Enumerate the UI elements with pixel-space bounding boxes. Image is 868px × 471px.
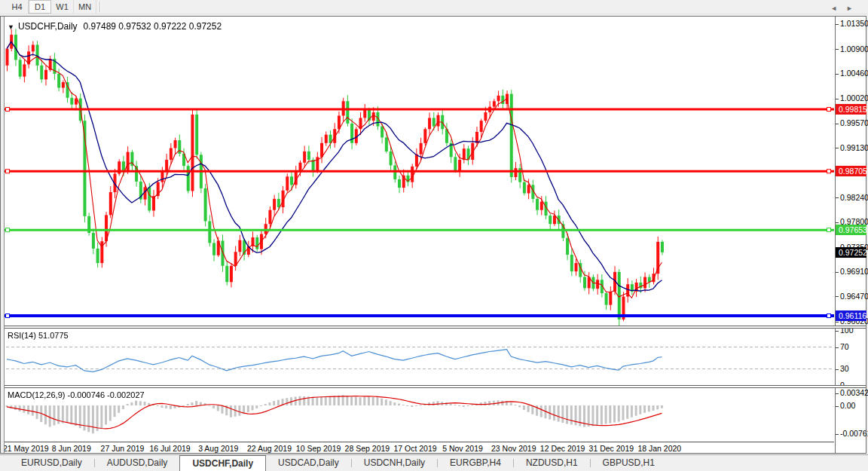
tab-usdchf[interactable]: USDCHF,Daily (179, 455, 266, 471)
date-label: 18 Jan 2020 (637, 444, 681, 453)
date-label: 28 Sep 2019 (345, 444, 390, 453)
tick-dash (836, 272, 839, 273)
tick-dash (836, 393, 839, 394)
price-tick-label: 0.99570 (840, 118, 868, 127)
splitter-rsi-macd[interactable] (1, 385, 866, 388)
macd-axis-value: 0.00 (840, 401, 855, 410)
tab-nzdusd[interactable]: NZDUSD,H1 (514, 455, 590, 471)
tick-dash (836, 99, 839, 99)
price-tick-label: 1.00900 (840, 44, 868, 54)
toolbar-divider (99, 2, 101, 12)
chart-symbol-triangle-icon[interactable]: ▼ (8, 23, 14, 31)
price-tick: 0.99130 (836, 143, 868, 153)
timeframe-button-w1[interactable]: W1 (51, 0, 74, 14)
price-level-badge: 0.96116 (836, 310, 866, 321)
tick-dash (836, 347, 839, 348)
tab-scroll-arrows: ◄► (830, 5, 862, 12)
rsi-pane-canvas[interactable] (1, 329, 834, 386)
price-tick: 1.00460 (836, 69, 868, 78)
price-tick: 0.99570 (836, 118, 868, 128)
date-label: 12 Dec 2019 (540, 444, 585, 453)
ohlc-values: 0.97489 0.97532 0.97222 0.97252 (84, 21, 222, 32)
tab-audusd[interactable]: AUDUSD,Daily (95, 455, 180, 471)
tick-dash (836, 322, 839, 323)
tick-dash (836, 406, 839, 407)
date-label: 31 Dec 2019 (589, 444, 634, 453)
date-label: 21 May 2019 (3, 444, 49, 453)
timeframe-button-d1[interactable]: D1 (29, 0, 51, 14)
rsi-axis-value: 30 (840, 364, 849, 373)
price-tick-label: 0.99130 (840, 143, 868, 152)
price-tick: 0.96470 (836, 292, 868, 301)
price-level-badge: 0.99815 (836, 104, 866, 115)
chart-window: ▼USDCHF,Daily0.97489 0.97532 0.97222 0.9… (0, 16, 866, 454)
price-tick: 1.00900 (836, 44, 868, 54)
date-label: 16 Jul 2019 (149, 444, 190, 453)
tab-eurusd[interactable]: EURUSD,Daily (9, 455, 94, 471)
price-tick-label: 1.00020 (840, 93, 868, 102)
tick-dash (836, 24, 839, 25)
date-label: 8 Jun 2019 (52, 444, 91, 453)
price-tick: 0.96910 (836, 267, 868, 277)
price-tick: 1.01350 (836, 19, 868, 29)
tab-usdcnh[interactable]: USDCNH,Daily (352, 455, 437, 471)
tick-dash (836, 124, 839, 124)
timeframe-toolbar: H4D1W1MN (0, 0, 868, 14)
price-tick-label: 1.01350 (840, 19, 868, 28)
tick-dash (836, 49, 839, 50)
tab-eurgbp[interactable]: EURGBP,H4 (438, 455, 513, 471)
price-level-badge: 0.97653 (836, 225, 866, 235)
price-tick-label: 1.00460 (840, 69, 868, 78)
window-left-border (1, 17, 5, 453)
rsi-axis-value: 70 (840, 342, 849, 351)
tab-gbpusd[interactable]: GBPUSD,H1 (591, 455, 667, 471)
price-tick-label: 0.96910 (840, 267, 868, 276)
tab-scroll-left-icon[interactable]: ◄ (830, 5, 846, 12)
date-label: 27 Jun 2019 (101, 444, 145, 453)
chart-symbol-label: USDCHF,Daily (18, 21, 78, 32)
date-label: 3 Aug 2019 (198, 444, 238, 453)
price-tick: 1.00020 (836, 93, 868, 103)
macd-axis-label: 0.003428 (836, 388, 868, 398)
date-label: 10 Sep 2019 (296, 444, 341, 453)
timeframe-button-mn[interactable]: MN (74, 0, 96, 14)
tab-usdcad[interactable]: USDCAD,Daily (266, 455, 351, 471)
tick-dash (836, 222, 839, 223)
price-chart-canvas[interactable] (1, 17, 834, 326)
tick-dash (836, 331, 839, 332)
macd-label: MACD(12,26,9) -0.000746 -0.002027 (8, 390, 145, 399)
chart-title: ▼USDCHF,Daily0.97489 0.97532 0.97222 0.9… (8, 21, 222, 32)
price-tick: 0.98240 (836, 193, 868, 203)
tick-dash (836, 434, 839, 435)
tab-scroll-right-icon[interactable]: ► (846, 5, 862, 12)
rsi-axis-label: 70 (836, 342, 849, 352)
date-label: 5 Nov 2019 (442, 444, 483, 453)
tick-dash (836, 148, 839, 148)
timeframe-button-h4[interactable]: H4 (6, 0, 29, 14)
rsi-axis-label: 30 (836, 364, 849, 374)
current-price-badge: 0.97252 (836, 247, 866, 258)
chart-tab-bar: EURUSD,DailyAUDUSD,DailyUSDCHF,DailyUSDC… (0, 454, 868, 471)
splitter-main-rsi[interactable] (1, 326, 866, 329)
price-tick-label: 0.96470 (840, 292, 868, 301)
tick-dash (836, 74, 839, 75)
date-label: 22 Aug 2019 (247, 444, 292, 453)
macd-axis-value: -0.007615 (840, 429, 868, 438)
tick-dash (836, 296, 839, 297)
tick-dash (836, 369, 839, 370)
price-level-badge: 0.98705 (836, 166, 866, 176)
macd-axis-label: -0.007615 (836, 429, 868, 439)
macd-axis-label: 0.00 (836, 401, 855, 411)
rsi-label: RSI(14) 51.0775 (8, 331, 69, 340)
date-label: 17 Oct 2019 (393, 444, 436, 453)
price-tick-label: 0.98240 (840, 193, 868, 202)
time-axis[interactable]: 21 May 20198 Jun 201927 Jun 201916 Jul 2… (1, 442, 834, 453)
macd-axis-value: 0.003428 (840, 388, 868, 397)
date-label: 23 Nov 2019 (491, 444, 536, 453)
tick-dash (836, 197, 839, 198)
